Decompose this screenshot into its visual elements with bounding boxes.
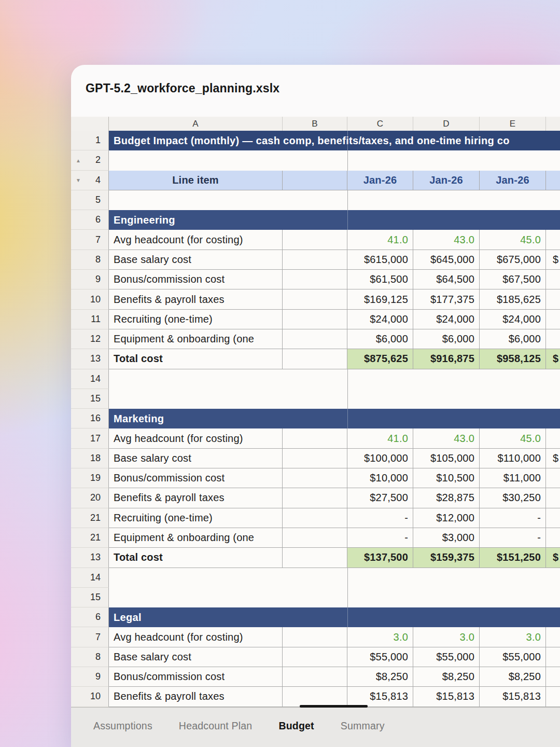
value-cell[interactable]: 43.0	[413, 428, 480, 448]
value-cell[interactable]: $6,000	[480, 329, 546, 349]
line-item-label-cell[interactable]: Equipment & onboarding (one	[109, 329, 283, 349]
value-cell[interactable]: $177,375	[413, 289, 480, 309]
line-item-label-cell[interactable]: Recruiting (one-time)	[109, 310, 283, 329]
value-cell[interactable]	[546, 310, 560, 329]
value-cell[interactable]: $6,000	[347, 329, 413, 349]
row-number-cell[interactable]: 21	[71, 528, 109, 548]
value-cell[interactable]: $30,250	[480, 488, 546, 508]
value-cell[interactable]	[546, 289, 560, 309]
value-cell[interactable]	[546, 627, 560, 647]
value-cell[interactable]	[546, 488, 560, 508]
value-cell[interactable]: 45.0	[480, 230, 546, 250]
value-cell[interactable]: $28,875	[413, 488, 480, 508]
value-cell[interactable]: $24,000	[413, 310, 480, 329]
value-cell[interactable]: $615,000	[347, 250, 413, 270]
row-number-cell[interactable]: 10	[71, 687, 109, 707]
empty-cell-area[interactable]	[109, 369, 560, 389]
value-cell[interactable]: $675,000	[480, 250, 546, 270]
value-cell[interactable]	[546, 230, 560, 250]
value-cell[interactable]: $185,625	[480, 289, 546, 309]
total-value-cell[interactable]: $916,875	[413, 349, 480, 369]
value-cell[interactable]	[546, 428, 560, 448]
column-header-d[interactable]: D	[413, 117, 480, 131]
row-number-cell[interactable]: 17	[71, 428, 109, 448]
value-cell[interactable]: $15,813	[347, 687, 413, 707]
column-header-c[interactable]: C	[347, 117, 413, 131]
row-number-cell[interactable]: 6	[71, 607, 109, 627]
value-cell[interactable]: $64,500	[413, 270, 480, 289]
value-cell[interactable]: 3.0	[347, 627, 413, 647]
column-header-e[interactable]: E	[480, 117, 546, 131]
value-cell[interactable]: 41.0	[347, 428, 413, 448]
value-cell[interactable]: -	[480, 528, 546, 548]
row-number-cell[interactable]: 5	[71, 190, 109, 210]
row-number-cell[interactable]: 13	[71, 349, 109, 369]
row-number-cell[interactable]: 15	[71, 588, 109, 607]
empty-cell[interactable]	[283, 468, 347, 488]
empty-cell[interactable]	[283, 270, 347, 289]
row-number-cell[interactable]: 14	[71, 568, 109, 588]
total-value-cell[interactable]: $159,375	[413, 548, 480, 568]
empty-cell[interactable]	[283, 667, 347, 687]
value-cell[interactable]: $	[546, 449, 560, 468]
empty-cell[interactable]	[283, 528, 347, 548]
empty-cell[interactable]	[283, 310, 347, 329]
value-cell[interactable]: $10,500	[413, 468, 480, 488]
month-header-cell[interactable]	[546, 171, 560, 190]
empty-cell[interactable]	[283, 449, 347, 468]
value-cell[interactable]: $100,000	[347, 449, 413, 468]
collapse-up-icon[interactable]: ▲	[76, 157, 81, 163]
value-cell[interactable]: $55,000	[480, 647, 546, 667]
empty-cell[interactable]	[283, 627, 347, 647]
row-number-cell[interactable]: 11	[71, 310, 109, 329]
value-cell[interactable]: $27,500	[347, 488, 413, 508]
empty-cell[interactable]	[283, 230, 347, 250]
value-cell[interactable]: $24,000	[347, 310, 413, 329]
value-cell[interactable]	[546, 687, 560, 707]
empty-cell[interactable]	[283, 171, 347, 190]
line-item-label-cell[interactable]: Total cost	[109, 548, 283, 568]
empty-cell[interactable]	[283, 289, 347, 309]
value-cell[interactable]: $6,000	[413, 329, 480, 349]
row-number-cell[interactable]: 16	[71, 409, 109, 428]
row-number-cell[interactable]: 15	[71, 389, 109, 409]
value-cell[interactable]: 41.0	[347, 230, 413, 250]
value-cell[interactable]: 3.0	[480, 627, 546, 647]
line-item-label-cell[interactable]: Recruiting (one-time)	[109, 508, 283, 528]
line-item-label-cell[interactable]: Benefits & payroll taxes	[109, 687, 283, 707]
value-cell[interactable]: $	[546, 250, 560, 270]
row-number-cell[interactable]: 10	[71, 289, 109, 309]
tab-budget[interactable]: Budget	[278, 720, 314, 732]
line-item-label-cell[interactable]: Bonus/commission cost	[109, 270, 283, 289]
column-header-f-partial[interactable]	[546, 117, 560, 131]
line-item-label-cell[interactable]: Base salary cost	[109, 647, 283, 667]
empty-cell-area[interactable]	[109, 389, 560, 409]
tab-headcount-plan[interactable]: Headcount Plan	[179, 720, 253, 732]
collapse-down-icon[interactable]: ▼	[76, 177, 81, 183]
total-value-cell[interactable]: $	[546, 349, 560, 369]
empty-cell[interactable]	[283, 687, 347, 707]
value-cell[interactable]: $15,813	[480, 687, 546, 707]
empty-cell[interactable]	[283, 428, 347, 448]
total-value-cell[interactable]: $151,250	[480, 548, 546, 568]
row-number-cell[interactable]: 7	[71, 230, 109, 250]
row-number-cell[interactable]: 8	[71, 647, 109, 667]
row-number-cell[interactable]: 9	[71, 667, 109, 687]
line-item-label-cell[interactable]: Total cost	[109, 349, 283, 369]
empty-cell[interactable]	[283, 349, 347, 369]
line-item-label-cell[interactable]: Avg headcount (for costing)	[109, 627, 283, 647]
section-header-cell[interactable]: Legal	[109, 607, 560, 627]
row-number-cell[interactable]: 8	[71, 250, 109, 270]
sheet-banner-cell[interactable]: Budget Impact (monthly) — cash comp, ben…	[109, 131, 560, 150]
section-header-cell[interactable]: Engineering	[109, 210, 560, 230]
value-cell[interactable]	[546, 647, 560, 667]
value-cell[interactable]: $55,000	[413, 647, 480, 667]
row-number-cell[interactable]: 12	[71, 329, 109, 349]
value-cell[interactable]: $3,000	[413, 528, 480, 548]
select-all-corner[interactable]	[71, 117, 109, 131]
value-cell[interactable]: $11,000	[480, 468, 546, 488]
total-value-cell[interactable]: $875,625	[347, 349, 413, 369]
empty-cell[interactable]	[283, 548, 347, 568]
value-cell[interactable]	[546, 667, 560, 687]
line-item-label-cell[interactable]: Equipment & onboarding (one	[109, 528, 283, 548]
